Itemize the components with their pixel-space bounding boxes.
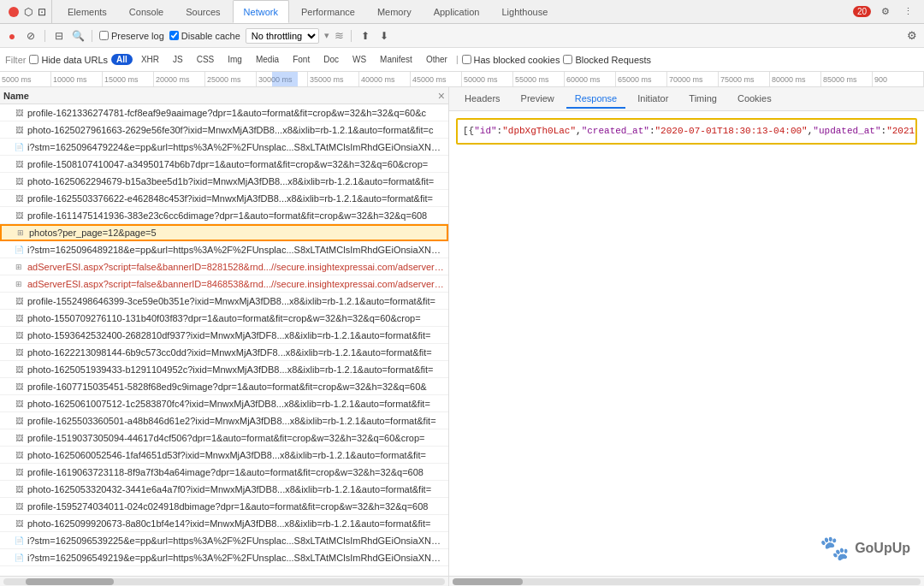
list-item[interactable]: 🖼 photo-1625060052546-1faf4651d53f?ixid=…: [0, 447, 448, 464]
list-item[interactable]: 🖼 photo-1625051939433-b1291104952c?ixid=…: [0, 361, 448, 378]
list-item[interactable]: 🖼 profile-1595274034011-024c024918dbimag…: [0, 498, 448, 515]
preserve-log-checkbox[interactable]: [99, 31, 109, 40]
close-panel-button[interactable]: ×: [438, 89, 445, 103]
right-scroll-thumb[interactable]: [453, 578, 523, 585]
tab-preview[interactable]: Preview: [512, 90, 563, 109]
throttle-select[interactable]: No throttling Fast 3G Slow 3G Offline: [246, 28, 319, 44]
file-icon: 🖼: [14, 364, 24, 375]
list-item[interactable]: 🖼 photo-1625061007512-1c2583870fc4?ixid=…: [0, 395, 448, 412]
import-button[interactable]: ⬆: [358, 29, 372, 43]
disable-cache-checkbox[interactable]: [169, 31, 179, 40]
list-item[interactable]: 🖼 photo-1550709276110-131b40f03f83?dpr=1…: [0, 310, 448, 327]
has-blocked-cookies-checkbox[interactable]: [462, 55, 471, 64]
json-response: [{"id":"dpbXgTh0Lac","created_at":"2020-…: [456, 118, 917, 145]
tick-15: 75000 ms: [719, 72, 770, 86]
blocked-requests-checkbox[interactable]: [563, 55, 572, 64]
list-item[interactable]: 🖼 profile-1519037305094-44617d4cf506?dpr…: [0, 429, 448, 447]
tick-label-11: 55000 ms: [515, 75, 549, 84]
main-content: Name × 🖼 profile-1621336274781-fcf8eaf9e…: [0, 87, 924, 586]
tick-10: 50000 ms: [462, 72, 513, 86]
tab-timing[interactable]: Timing: [680, 90, 726, 109]
filter-ws[interactable]: WS: [347, 53, 371, 66]
tick-label-10: 50000 ms: [464, 75, 498, 84]
filter-all-btn[interactable]: All: [111, 54, 133, 65]
list-item[interactable]: 📄 i?stm=1625096549219&e=pp&url=https%3A%…: [0, 549, 448, 566]
export-button[interactable]: ⬇: [377, 29, 391, 43]
list-item[interactable]: 📄 i?stm=1625096479224&e=pp&url=https%3A%…: [0, 139, 448, 156]
disable-cache-label[interactable]: Disable cache: [169, 31, 240, 41]
scroll-thumb[interactable]: [26, 578, 114, 585]
json-key-id: "id": [474, 126, 496, 136]
tick-6: 30000 ms: [257, 72, 308, 86]
filter-font[interactable]: Font: [287, 53, 315, 66]
tab-sources[interactable]: Sources: [175, 0, 230, 23]
tick-11: 55000 ms: [513, 72, 565, 86]
scroll-track: [3, 578, 445, 585]
filter-css[interactable]: CSS: [192, 53, 220, 66]
list-item[interactable]: 🖼 profile-1611475141936-383e23c6cc6dimag…: [0, 207, 448, 224]
list-item[interactable]: 🖼 profile-1621336274781-fcf8eaf9e9aaimag…: [0, 104, 448, 121]
json-value-updated: "2021-06-30: [886, 126, 917, 136]
ad-request-1[interactable]: ⊞ adServerESI.aspx?script=false&bannerID…: [0, 258, 448, 275]
filter-img[interactable]: Img: [222, 53, 247, 66]
tab-console[interactable]: Console: [119, 0, 174, 23]
tab-headers[interactable]: Headers: [456, 90, 509, 109]
list-item[interactable]: 📄 i?stm=1625096489218&e=pp&url=https%3A%…: [0, 241, 448, 258]
tab-lighthouse[interactable]: Lighthouse: [491, 0, 558, 23]
preserve-log-label[interactable]: Preserve log: [99, 31, 164, 41]
tab-cookies[interactable]: Cookies: [729, 90, 780, 109]
item-text: photo-1625061007512-1c2583870fc4?ixid=Mn…: [27, 399, 445, 409]
record-button[interactable]: ●: [5, 29, 19, 43]
tick-label-17: 85000 ms: [823, 75, 857, 84]
horizontal-scrollbar[interactable]: [0, 576, 448, 586]
json-key-created: "created_at": [582, 126, 649, 136]
right-horizontal-scrollbar[interactable]: [449, 576, 924, 586]
network-conditions-icon[interactable]: ≋: [335, 29, 344, 42]
filter-xhr[interactable]: XHR: [136, 53, 164, 66]
network-settings-icon[interactable]: ⚙: [905, 29, 919, 43]
filter-js[interactable]: JS: [168, 53, 188, 66]
settings-icon[interactable]: ⚙: [878, 4, 893, 20]
list-item[interactable]: 🖼 profile-1508107410047-a34950174b6b7dpr…: [0, 156, 448, 173]
tab-initiator[interactable]: Initiator: [629, 90, 677, 109]
close-icon[interactable]: [9, 7, 19, 17]
list-item[interactable]: 🖼 profile-1607715035451-5828f68ed9c9imag…: [0, 378, 448, 395]
list-item[interactable]: 🖼 profile-1625503360501-a48b846d61e2?ixi…: [0, 412, 448, 429]
file-icon: 🖼: [14, 484, 24, 494]
item-text: photo-1550709276110-131b40f03f83?dpr=1&a…: [27, 313, 445, 323]
list-item[interactable]: 🖼 photo-1622213098144-6b9c573cc0dd?ixid=…: [0, 344, 448, 361]
tab-elements[interactable]: Elements: [57, 0, 117, 23]
tab-memory[interactable]: Memory: [367, 0, 422, 23]
filter-button[interactable]: ⊟: [52, 29, 66, 43]
tab-network[interactable]: Network: [233, 0, 289, 23]
file-icon: 🖼: [14, 330, 24, 340]
hide-data-urls-checkbox[interactable]: [29, 55, 38, 64]
highlighted-request[interactable]: ⊞ photos?per_page=12&page=5: [0, 224, 448, 241]
tick-3: 15000 ms: [103, 72, 154, 86]
list-item[interactable]: 🖼 profile-1625503376622-e462848c453f?ixi…: [0, 190, 448, 207]
throttle-preset-icon[interactable]: ▾: [324, 30, 329, 41]
clear-button[interactable]: ⊘: [24, 29, 38, 43]
filter-media[interactable]: Media: [251, 53, 284, 66]
ad-request-2[interactable]: ⊞ adServerESI.aspx?script=false&bannerID…: [0, 275, 448, 293]
filter-manifest[interactable]: Manifest: [375, 53, 418, 66]
list-item[interactable]: 🖼 profile-1619063723118-8f9a7f3b4a64imag…: [0, 464, 448, 481]
blocked-requests-label[interactable]: Blocked Requests: [563, 55, 651, 65]
list-item[interactable]: 🖼 profile-1552498646399-3ce59e0b351e?ixi…: [0, 293, 448, 310]
network-list[interactable]: 🖼 profile-1621336274781-fcf8eaf9e9aaimag…: [0, 104, 448, 576]
filter-doc[interactable]: Doc: [318, 53, 344, 66]
list-item[interactable]: 🖼 photo-1625062294679-b15a3bee5d1b?ixid=…: [0, 173, 448, 190]
more-options-icon[interactable]: ⋮: [900, 4, 915, 20]
list-item[interactable]: 🖼 photo-1593642532400-2682810df937?ixid=…: [0, 327, 448, 344]
tab-response[interactable]: Response: [566, 90, 626, 109]
list-item[interactable]: 📄 i?stm=1625096539225&e=pp&url=https%3A%…: [0, 532, 448, 549]
search-button[interactable]: 🔍: [71, 29, 85, 43]
has-blocked-cookies-label[interactable]: Has blocked cookies: [462, 55, 560, 65]
list-item[interactable]: 🖼 photo-1625053320432-3441e6a4a7f0?ixid=…: [0, 481, 448, 498]
filter-other[interactable]: Other: [421, 53, 453, 66]
list-item[interactable]: 🖼 photo-1625099920673-8a80c1bf4e14?ixid=…: [0, 515, 448, 532]
hide-data-urls-label[interactable]: Hide data URLs: [29, 55, 108, 65]
tab-performance[interactable]: Performance: [291, 0, 365, 23]
list-item[interactable]: 🖼 photo-1625027961663-2629e56fe30f?ixid=…: [0, 121, 448, 139]
tab-application[interactable]: Application: [424, 0, 490, 23]
